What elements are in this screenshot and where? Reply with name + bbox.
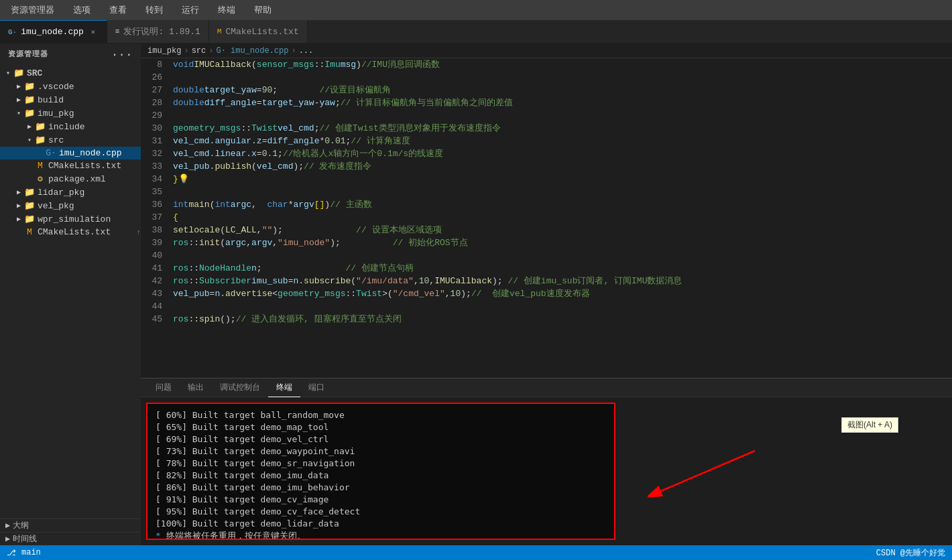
sidebar-more-icon[interactable]: ··· xyxy=(111,49,133,61)
arrow-icon: ▶ xyxy=(24,123,35,131)
line-number: 44 xyxy=(141,300,162,313)
panel-tab-output[interactable]: 输出 xyxy=(180,378,212,397)
statusbar: ⎇ main CSDN @先睡个好觉 xyxy=(0,545,952,560)
sidebar-item-cmakelists-root[interactable]: M CMakeLists.txt ↑ xyxy=(0,226,141,238)
code-editor[interactable]: 8262728293031323334353637383940414243444… xyxy=(141,58,952,378)
arrow-icon: ▶ xyxy=(13,96,24,104)
terminal-box[interactable]: [ 60%] Built target ball_random_move[ 65… xyxy=(146,403,615,540)
sidebar-item-wpr-simulation[interactable]: ▶ 📁 wpr_simulation xyxy=(0,212,141,226)
cmake-icon: M xyxy=(217,27,222,36)
line-number: 45 xyxy=(141,313,162,326)
terminal-line: * 终端将被任务重用，按任意键关闭。 xyxy=(156,530,606,540)
sidebar-item-package-xml[interactable]: ⚙ package.xml xyxy=(0,172,141,186)
terminal-line: [ 82%] Built target demo_imu_data xyxy=(156,470,606,482)
sidebar-item-label: imu_pkg xyxy=(38,109,141,119)
folder-icon: 📁 xyxy=(35,135,46,145)
cpp-file-icon: G· xyxy=(46,148,56,158)
line-number: 30 xyxy=(141,122,162,135)
code-line xyxy=(173,300,952,313)
svg-line-1 xyxy=(661,451,755,491)
menu-goto[interactable]: 转到 xyxy=(141,3,167,17)
terminal-line: [ 73%] Built target demo_waypoint_navi xyxy=(156,445,606,458)
sidebar-item-label: lidar_pkg xyxy=(38,188,141,198)
star-icon: * xyxy=(156,531,161,540)
code-line: setlocale(LC_ALL,""); // 设置本地区域选项 xyxy=(173,224,952,236)
tab-imu-node[interactable]: G· imu_node.cpp ✕ xyxy=(0,20,107,43)
panel-tab-problems[interactable]: 问题 xyxy=(147,378,180,397)
menubar: 资源管理器 选项 查看 转到 运行 终端 帮助 xyxy=(0,0,952,20)
code-line: vel_cmd.angular.z = diff_angle*0.01;// 计… xyxy=(173,135,952,147)
folder-icon: 📁 xyxy=(24,81,35,92)
panel-tab-debug[interactable]: 调试控制台 xyxy=(212,378,268,397)
code-line: ros::NodeHandle n; // 创建节点句柄 xyxy=(173,262,952,275)
sidebar-item-label: .vscode xyxy=(38,82,141,92)
sidebar-item-lidar-pkg[interactable]: ▶ 📁 lidar_pkg xyxy=(0,186,141,199)
code-line: }💡 xyxy=(173,173,952,186)
breadcrumb-imu-pkg: imu_pkg xyxy=(147,46,181,56)
sidebar-item-label: CMakeLists.txt xyxy=(38,227,133,237)
line-number: 36 xyxy=(141,198,162,211)
timeline-section[interactable]: ▶ 时间线 xyxy=(0,532,141,545)
line-number: 41 xyxy=(141,262,162,275)
line-number: 26 xyxy=(141,71,162,84)
main-area: 资源管理器 ··· ▾ 📁 SRC ▶ 📁 .vscode ▶ 📁 build … xyxy=(0,44,952,545)
statusbar-branch-icon: ⎇ xyxy=(7,548,16,558)
line-number: 35 xyxy=(141,186,162,198)
sidebar-item-vscode[interactable]: ▶ 📁 .vscode xyxy=(0,80,141,93)
menu-help[interactable]: 帮助 xyxy=(250,3,276,17)
terminal-line: [100%] Built target demo_lidar_data xyxy=(156,518,606,530)
code-content[interactable]: void IMUCallback(sensor_msgs::Imu msg) /… xyxy=(168,58,952,378)
terminal-panel: 问题 输出 调试控制台 终端 端口 [ 60%] Built target ba… xyxy=(141,378,952,545)
menu-explorer[interactable]: 资源管理器 xyxy=(7,3,58,17)
menu-run[interactable]: 运行 xyxy=(178,3,203,17)
menu-view[interactable]: 查看 xyxy=(105,3,131,17)
statusbar-info: main xyxy=(21,548,41,557)
tab-close-imu-node[interactable]: ✕ xyxy=(88,27,99,38)
sidebar-tree: ▾ 📁 SRC ▶ 📁 .vscode ▶ 📁 build ▾ 📁 imu_pk… xyxy=(0,66,141,518)
cmake-file-icon: M xyxy=(24,227,35,237)
arrow-icon: ▾ xyxy=(3,69,13,77)
editor-area: imu_pkg › src › G· imu_node.cpp › ... 82… xyxy=(141,44,952,545)
folder-icon: 📁 xyxy=(24,108,35,119)
outline-section[interactable]: ▶ 大纲 xyxy=(0,518,141,532)
sidebar-item-build[interactable]: ▶ 📁 build xyxy=(0,93,141,107)
arrow-icon: ▶ xyxy=(13,82,24,90)
code-line: double target_yaw = 90; //设置目标偏航角 xyxy=(173,84,952,96)
menu-options[interactable]: 选项 xyxy=(69,3,95,17)
breadcrumb-ellipsis: ... xyxy=(299,46,314,56)
sidebar-item-vel-pkg[interactable]: ▶ 📁 vel_pkg xyxy=(0,199,141,212)
sidebar-item-src-sub[interactable]: ▾ 📁 src xyxy=(0,133,141,147)
sidebar-item-label: CMakeLists.txt xyxy=(48,161,141,171)
code-line: void IMUCallback(sensor_msgs::Imu msg) /… xyxy=(173,58,952,71)
arrow-icon: ▶ xyxy=(13,188,24,196)
sidebar-item-label: src xyxy=(48,135,141,145)
sidebar-item-label: build xyxy=(38,95,141,105)
sidebar-item-imu-node[interactable]: G· imu_node.cpp xyxy=(0,147,141,159)
menu-terminal[interactable]: 终端 xyxy=(214,3,239,17)
breadcrumb-file: G· imu_node.cpp xyxy=(216,46,288,56)
sidebar-header: 资源管理器 ··· xyxy=(0,44,141,66)
folder-icon: 📁 xyxy=(24,214,35,224)
statusbar-right: CSDN @先睡个好觉 xyxy=(876,547,945,559)
tab-cmakelists[interactable]: M CMakeLists.txt xyxy=(209,20,308,43)
upload-icon: ↑ xyxy=(136,228,141,236)
xml-file-icon: ⚙ xyxy=(35,173,46,184)
line-number: 31 xyxy=(141,135,162,147)
sidebar-item-imu-pkg[interactable]: ▾ 📁 imu_pkg xyxy=(0,107,141,120)
line-numbers: 8262728293031323334353637383940414243444… xyxy=(141,58,168,378)
code-line: vel_pub = n.advertise<geometry_msgs::Twi… xyxy=(173,287,952,300)
screenshot-tooltip: 截图(Alt + A) xyxy=(841,417,898,433)
arrow-icon: ▾ xyxy=(24,136,35,144)
tab-release[interactable]: ≡ 发行说明: 1.89.1 xyxy=(107,20,209,43)
panel-tab-terminal[interactable]: 终端 xyxy=(268,378,300,397)
sidebar-item-include[interactable]: ▶ 📁 include xyxy=(0,120,141,133)
arrow-icon: ▶ xyxy=(13,202,24,210)
folder-icon: 📁 xyxy=(24,94,35,105)
terminal-line: [ 95%] Built target demo_cv_face_detect xyxy=(156,506,606,518)
code-line: { xyxy=(173,211,952,224)
line-number: 40 xyxy=(141,249,162,262)
panel-tab-ports[interactable]: 端口 xyxy=(300,378,333,397)
code-line: ros::Subscriber imu_sub = n.subscribe("/… xyxy=(173,275,952,287)
sidebar-item-src[interactable]: ▾ 📁 SRC xyxy=(0,66,141,80)
sidebar-item-cmakelists-pkg[interactable]: M CMakeLists.txt xyxy=(0,159,141,172)
